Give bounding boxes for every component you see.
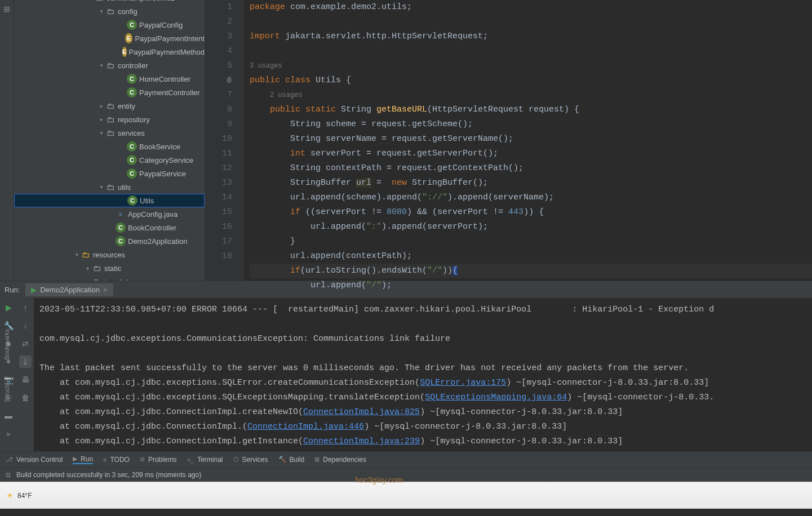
tree-item-categoryservice[interactable]: CCategoryService xyxy=(14,153,205,167)
tree-item-paypalpaymentmethod[interactable]: EPaypalPaymentMethod xyxy=(14,45,205,59)
tree-item-paymentcontroller[interactable]: CPaymentController xyxy=(14,86,205,99)
stacktrace-link[interactable]: SQLError.java:175 xyxy=(420,378,506,388)
down-button[interactable]: ↓ xyxy=(19,319,32,332)
structure-tab[interactable]: Structure xyxy=(3,377,10,402)
gutter-line[interactable]: 13 xyxy=(205,176,232,190)
console-line[interactable]: at com.mysql.cj.jdbc.ConnectionImpl.(Con… xyxy=(39,420,806,434)
code-line[interactable] xyxy=(250,44,812,59)
status-copy-icon[interactable]: ⧉ xyxy=(6,471,11,479)
chevron-icon[interactable]: ▸ xyxy=(97,103,105,109)
gutter-line[interactable]: 6@ xyxy=(205,73,232,88)
tree-item-bookservice[interactable]: CBookService xyxy=(14,140,205,153)
chevron-icon[interactable]: ▾ xyxy=(97,130,105,136)
code-line[interactable]: 3 usages xyxy=(250,59,812,73)
code-line[interactable]: import jakarta.servlet.http.HttpServletR… xyxy=(250,29,812,44)
code-line[interactable]: url.append(scheme).append("://").append(… xyxy=(250,190,812,205)
gutter-line[interactable]: 15 xyxy=(205,205,232,220)
code-line[interactable]: StringBuffer url = new StringBuffer(); xyxy=(250,176,812,190)
stacktrace-link[interactable]: SQLExceptionsMapping.java:64 xyxy=(425,393,567,402)
bookmarks-tab[interactable]: Bookmarks xyxy=(3,329,10,360)
trash-button[interactable]: 🗑 xyxy=(19,392,32,404)
console-line[interactable]: The last packet sent successfully to the… xyxy=(39,361,806,376)
code-line[interactable]: url.append(":").append(serverPort); xyxy=(250,220,812,234)
tree-item-com-example-demo2[interactable]: ▾🗀com.example.demo2 xyxy=(14,0,205,5)
print-button[interactable]: 🖶 xyxy=(19,373,32,386)
layout-button[interactable]: ▬ xyxy=(2,410,15,422)
tree-item-homecontroller[interactable]: CHomeController xyxy=(14,72,205,86)
tree-item-config[interactable]: ▾🗀config xyxy=(14,5,205,18)
tree-item-appconfig-java[interactable]: ≡AppConfig.java xyxy=(14,207,205,221)
code-line[interactable]: } xyxy=(250,234,812,249)
tree-item-bookcontroller[interactable]: CBookController xyxy=(14,221,205,234)
stacktrace-link[interactable]: ConnectionImpl.java:239 xyxy=(303,437,420,446)
gutter-line[interactable]: 5 xyxy=(205,59,232,73)
code-line[interactable]: url.append(contextPath); xyxy=(250,249,812,264)
wrap-button[interactable]: ⇄ xyxy=(19,337,32,350)
code-line[interactable] xyxy=(250,15,812,29)
code-line[interactable]: if(url.toString().endsWith("/")){ xyxy=(250,264,812,278)
chevron-icon[interactable]: ▾ xyxy=(97,8,105,14)
project-tool-icon[interactable]: ⊞ xyxy=(1,5,13,14)
console-line[interactable] xyxy=(39,317,806,332)
gutter-line[interactable]: 10 xyxy=(205,132,232,146)
code-line[interactable]: url.append("/"); xyxy=(250,278,812,293)
code-line[interactable]: package com.example.demo2.utils; xyxy=(250,0,812,15)
bottom-terminal[interactable]: >_Terminal xyxy=(187,456,223,464)
console-line[interactable]: at com.mysql.cj.jdbc.ConnectionImpl.crea… xyxy=(39,405,806,420)
chevron-icon[interactable]: ▾ xyxy=(97,184,105,190)
gutter-line[interactable]: 4 xyxy=(205,44,232,59)
tree-item-entity[interactable]: ▸🗀entity xyxy=(14,99,205,113)
gutter-line[interactable]: 2 xyxy=(205,15,232,29)
chevron-icon[interactable]: ▾ xyxy=(86,0,94,1)
tree-item-resources[interactable]: ▾🗀resources xyxy=(14,248,205,261)
bottom-build[interactable]: 🔨Build xyxy=(278,456,305,464)
code-line[interactable]: String scheme = request.getScheme(); xyxy=(250,117,812,132)
bottom-version-control[interactable]: ⎇Version Control xyxy=(6,456,63,464)
code-line[interactable]: String contextPath = request.getContextP… xyxy=(250,161,812,176)
gutter-line[interactable]: 17 xyxy=(205,234,232,249)
tree-item-services[interactable]: ▾🗀services xyxy=(14,126,205,140)
tree-item-templates[interactable]: ▾🗀templates xyxy=(14,275,205,281)
tree-item-demo2application[interactable]: CDemo2Application xyxy=(14,234,205,248)
code-line[interactable]: public class Utils { xyxy=(250,73,812,88)
tree-item-utils[interactable]: ▾🗀utils xyxy=(14,180,205,194)
tree-item-paypalconfig[interactable]: CPaypalConfig xyxy=(14,18,205,32)
gutter-line[interactable]: 16 xyxy=(205,220,232,234)
console-line[interactable] xyxy=(39,346,806,361)
code-editor[interactable]: 123456@789101112131415161718 package com… xyxy=(205,0,812,281)
bottom-todo[interactable]: ≡TODO xyxy=(103,456,130,464)
gutter-line[interactable]: 9 xyxy=(205,117,232,132)
scroll-end-button[interactable]: ⤓ xyxy=(19,355,32,368)
up-button[interactable]: ↑ xyxy=(19,301,32,314)
code-line[interactable]: int serverPort = request.getServerPort()… xyxy=(250,146,812,161)
gutter-line[interactable]: 11 xyxy=(205,146,232,161)
tree-item-controller[interactable]: ▾🗀controller xyxy=(14,59,205,72)
gutter-line[interactable]: 1 xyxy=(205,0,232,15)
console-line[interactable]: at com.mysql.cj.jdbc.ConnectionImpl.getI… xyxy=(39,434,806,449)
console-line[interactable]: at com.mysql.cj.jdbc.exceptions.SQLError… xyxy=(39,376,806,390)
run-tab[interactable]: ▶ Demo2Application × xyxy=(25,283,113,296)
console-line[interactable]: 2023-05-11T22:33:50.985+07:00 ERROR 1066… xyxy=(39,303,806,317)
gutter-line[interactable]: 18 xyxy=(205,249,232,264)
gutter-line[interactable]: 8 xyxy=(205,103,232,117)
code-line[interactable]: public static String getBaseURL(HttpServ… xyxy=(250,103,812,117)
bottom-problems[interactable]: ⊘Problems xyxy=(140,456,177,464)
chevron-icon[interactable]: ▾ xyxy=(97,63,105,68)
tree-item-static[interactable]: ▸🗀static xyxy=(14,261,205,275)
gutter-line[interactable]: 3 xyxy=(205,29,232,44)
code-line[interactable]: if ((serverPort != 8080) && (serverPort … xyxy=(250,205,812,220)
chevron-icon[interactable]: ▾ xyxy=(73,252,81,257)
close-icon[interactable]: × xyxy=(103,286,108,294)
code-line[interactable]: String serverName = request.getServerNam… xyxy=(250,132,812,146)
gutter-line[interactable]: 14 xyxy=(205,190,232,205)
bottom-services[interactable]: ⬡Services xyxy=(233,456,268,464)
windows-taskbar[interactable]: ☀ 84°F xyxy=(0,482,812,509)
console-output[interactable]: 2023-05-11T22:33:50.985+07:00 ERROR 1066… xyxy=(34,298,812,451)
gutter-line[interactable]: 7 xyxy=(205,88,232,103)
chevron-icon[interactable]: ▸ xyxy=(84,265,92,271)
code-line[interactable]: 2 usages xyxy=(250,88,812,103)
tree-item-paypalservice[interactable]: CPaypalService xyxy=(14,167,205,180)
tree-item-paypalpaymentintent[interactable]: EPaypalPaymentIntent xyxy=(14,32,205,45)
gutter-line[interactable]: 12 xyxy=(205,161,232,176)
bottom-run[interactable]: ▶Run xyxy=(73,455,93,464)
